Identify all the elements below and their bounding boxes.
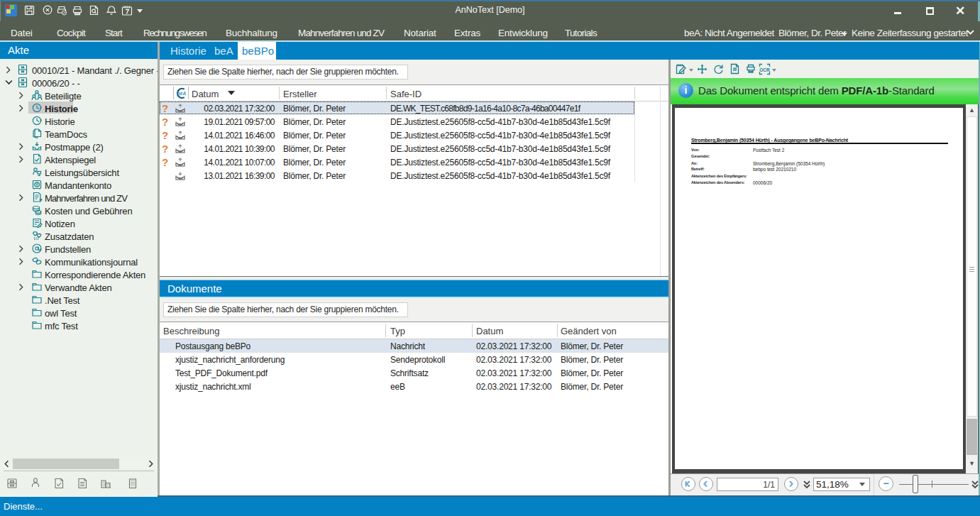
svg-text:beA: beA: [177, 91, 187, 96]
svg-text:OCR: OCR: [759, 67, 770, 72]
